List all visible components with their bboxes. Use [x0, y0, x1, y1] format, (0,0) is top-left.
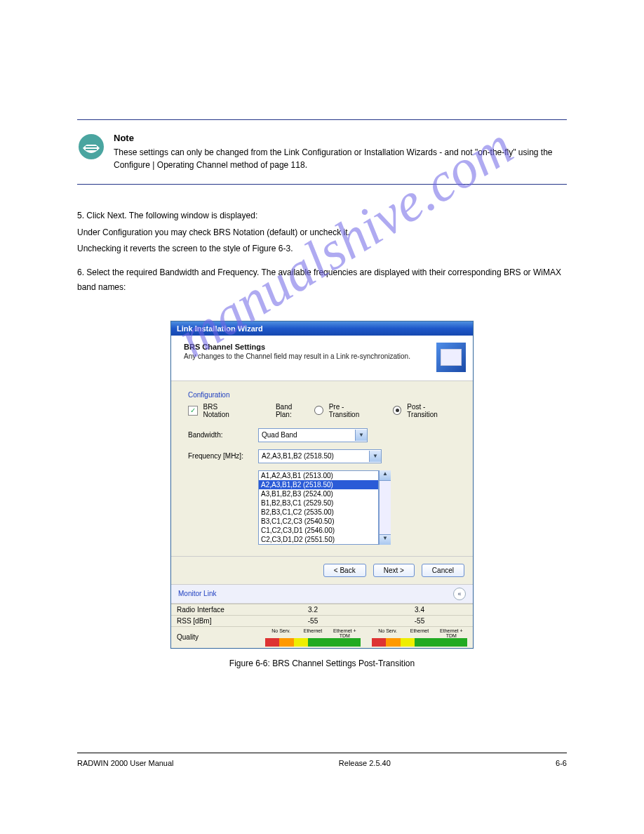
list-item[interactable]: B3,C1,C2,C3 (2540.50) — [259, 517, 378, 526]
list-item[interactable]: B2,B3,C1,C2 (2535.00) — [259, 508, 378, 517]
radio-interface-col2: 3.4 — [366, 604, 473, 615]
list-item[interactable]: C2,C3,D1,D2 (2551.50) — [259, 535, 378, 544]
radio-interface-label: Radio Interface — [171, 604, 260, 615]
listbox-scrollbar[interactable]: ▲ ▼ — [379, 470, 391, 545]
page-footer: RADWIN 2000 User Manual Release 2.5.40 6… — [77, 759, 567, 767]
next-button[interactable]: Next > — [373, 564, 415, 577]
header-title: BRS Channel Settings — [184, 343, 410, 351]
body-text: 5. Click Next. The following window is d… — [77, 208, 567, 296]
header-subtitle: Any changes to the Channel field may res… — [184, 352, 410, 360]
footer-page: 6-6 — [556, 759, 567, 767]
list-item[interactable]: A1,A2,A3,B1 (2513.00) — [259, 471, 378, 480]
post-transition-radio[interactable] — [393, 406, 402, 415]
frequency-combo[interactable]: A2,A3,B1,B2 (2518.50) ▼ — [258, 449, 382, 463]
figure-caption: Figure 6-6: BRS Channel Settings Post-Tr… — [77, 658, 567, 668]
cancel-button[interactable]: Cancel — [422, 564, 464, 577]
button-row: < Back Next > Cancel — [171, 556, 473, 584]
status-table: Radio Interface 3.2 3.4 RSS [dBm] -55 -5… — [171, 604, 473, 648]
radio-interface-col1: 3.2 — [260, 604, 366, 615]
bandwidth-combo[interactable]: Quad Band ▼ — [258, 428, 368, 442]
footer-left: RADWIN 2000 User Manual — [77, 759, 174, 767]
band-plan-label: Band Plan: — [276, 403, 309, 418]
list-item[interactable]: B1,B2,B3,C1 (2529.50) — [259, 498, 378, 508]
quality-label: Quality — [171, 626, 260, 648]
rss-col2: -55 — [366, 615, 473, 626]
quality-bar-1: No Serv.EthernetEthernet + TDM — [260, 626, 366, 648]
monitor-link-bar[interactable]: Monitor Link « — [171, 584, 473, 604]
collapse-icon[interactable]: « — [453, 588, 466, 600]
body-p3: Unchecking it reverts the screen to the … — [77, 241, 567, 257]
dialog-titlebar: Link Installation Wizard — [171, 322, 473, 336]
back-button[interactable]: < Back — [323, 564, 366, 577]
note-title: Note — [114, 133, 567, 143]
table-row: Radio Interface 3.2 3.4 — [171, 604, 473, 615]
divider-top — [77, 119, 567, 120]
divider-bottom — [77, 184, 567, 185]
dialog-header: BRS Channel Settings Any changes to the … — [171, 336, 473, 381]
scroll-up-icon[interactable]: ▲ — [380, 470, 391, 481]
brs-notation-checkbox[interactable]: ✓ — [188, 406, 198, 416]
footer-right: Release 2.5.40 — [339, 759, 391, 767]
post-transition-label: Post - Transition — [407, 403, 456, 418]
body-p4: 6. Select the required Bandwidth and Fre… — [77, 265, 567, 296]
table-row: Quality No Serv.EthernetEthernet + TDM N… — [171, 626, 473, 648]
footer-divider — [77, 753, 567, 753]
pre-transition-label: Pre - Transition — [329, 403, 375, 418]
dialog-content: Configuration ✓ BRS Notation Band Plan: … — [171, 381, 473, 556]
pre-transition-radio[interactable] — [314, 406, 323, 415]
wizard-dialog: Link Installation Wizard BRS Channel Set… — [170, 321, 474, 649]
brs-notation-label: BRS Notation — [203, 403, 244, 418]
list-item[interactable]: A2,A3,B1,B2 (2518.50) — [259, 480, 378, 489]
configuration-label: Configuration — [188, 391, 456, 399]
frequency-listbox[interactable]: A1,A2,A3,B1 (2513.00) A2,A3,B1,B2 (2518.… — [258, 470, 379, 545]
monitor-link-label: Monitor Link — [178, 590, 216, 597]
body-p1: 5. Click Next. The following window is d… — [77, 208, 567, 224]
note-block: Note These settings can only be changed … — [77, 133, 567, 171]
note-text: These settings can only be changed from … — [114, 146, 567, 171]
frequency-value: A2,A3,B1,B2 (2518.50) — [262, 452, 334, 460]
monitor-icon — [436, 343, 466, 372]
list-item[interactable]: A3,B1,B2,B3 (2524.00) — [259, 489, 378, 498]
body-p2: Under Configuration you may check BRS No… — [77, 225, 567, 241]
table-row: RSS [dBm] -55 -55 — [171, 615, 473, 626]
chevron-down-icon: ▼ — [355, 430, 367, 441]
note-icon — [77, 133, 105, 164]
chevron-down-icon: ▼ — [369, 451, 381, 462]
rss-col1: -55 — [260, 615, 366, 626]
bandwidth-label: Bandwidth: — [188, 431, 253, 439]
scroll-down-icon[interactable]: ▼ — [380, 534, 391, 545]
quality-bar-2: No Serv.EthernetEthernet + TDM — [366, 626, 473, 648]
list-item[interactable]: C1,C2,C3,D1 (2546.00) — [259, 526, 378, 535]
rss-label: RSS [dBm] — [171, 615, 260, 626]
frequency-label: Frequency [MHz]: — [188, 452, 253, 460]
bandwidth-value: Quad Band — [262, 431, 297, 439]
